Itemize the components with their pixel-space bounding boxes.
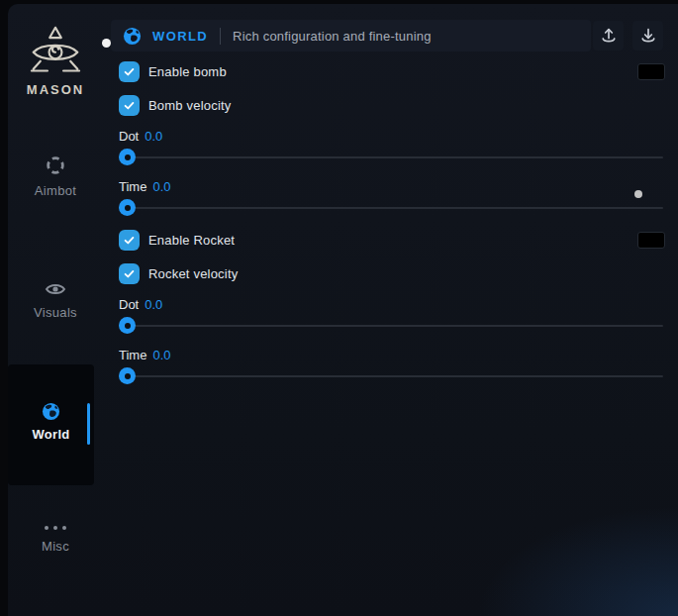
sidebar-item-label: World (32, 427, 69, 442)
slider-value: 0.0 (145, 129, 162, 144)
setting-row-bomb-velocity: Bomb velocity (119, 94, 665, 116)
setting-slider-rocket-time: Time 0.0 (119, 347, 665, 384)
eye-icon (45, 280, 66, 298)
logo-text: MASON (27, 82, 84, 97)
slider-track[interactable] (119, 367, 663, 384)
slider-handle[interactable] (119, 317, 136, 334)
active-tab-indicator (87, 403, 90, 445)
settings-panel: Enable bomb Bomb velocity Dot 0.0 (119, 60, 665, 397)
crosshair-icon (45, 154, 66, 176)
cursor-dot-gray (634, 190, 642, 198)
masonic-eye-pyramid-icon (27, 26, 84, 75)
enable-rocket-checkbox[interactable] (119, 230, 140, 251)
slider-track[interactable] (119, 149, 663, 165)
slider-handle[interactable] (119, 367, 136, 384)
sidebar-item-misc[interactable]: Misc (8, 524, 103, 554)
checkbox-label: Bomb velocity (148, 98, 232, 113)
sidebar-item-label: Aimbot (35, 183, 76, 198)
checkbox-label: Enable Rocket (148, 233, 235, 248)
app-window: MASON Aimbot Visuals (0, 0, 678, 616)
upload-config-button[interactable] (593, 21, 624, 51)
checkbox-label: Enable bomb (148, 64, 227, 79)
globe-icon (42, 402, 60, 421)
setting-row-enable-bomb: Enable bomb (119, 60, 665, 82)
slider-track[interactable] (119, 317, 663, 334)
rocket-velocity-checkbox[interactable] (119, 263, 140, 284)
page-subtitle: Rich configuration and fine-tuning (233, 29, 431, 44)
slider-label: Time (119, 179, 146, 194)
sidebar-item-visuals[interactable]: Visuals (8, 280, 103, 320)
setting-slider-bomb-dot: Dot 0.0 (119, 128, 665, 165)
slider-value: 0.0 (152, 179, 170, 194)
globe-icon (123, 27, 142, 46)
slider-handle[interactable] (119, 199, 136, 216)
sidebar-item-label: Misc (42, 539, 69, 554)
app-logo: MASON (8, 26, 103, 97)
setting-row-rocket-velocity: Rocket velocity (119, 262, 665, 284)
slider-label: Dot (119, 297, 139, 312)
background-glow (460, 497, 678, 616)
cursor-dot-white (102, 39, 111, 48)
rocket-color-swatch[interactable] (637, 232, 665, 249)
setting-row-enable-rocket: Enable Rocket (119, 229, 665, 251)
slider-handle[interactable] (119, 149, 136, 165)
upload-icon (600, 27, 618, 45)
sidebar-item-aimbot[interactable]: Aimbot (8, 154, 103, 198)
menu-window: MASON Aimbot Visuals (8, 4, 678, 616)
sidebar-item-label: Visuals (34, 305, 77, 320)
bomb-velocity-checkbox[interactable] (119, 95, 140, 116)
page-title: WORLD (152, 29, 208, 44)
slider-value: 0.0 (145, 297, 162, 312)
header-divider (220, 28, 221, 45)
check-icon (123, 267, 136, 280)
setting-slider-rocket-dot: Dot 0.0 (119, 296, 665, 334)
check-icon (123, 65, 136, 78)
check-icon (123, 234, 136, 247)
download-config-button[interactable] (632, 21, 663, 51)
sidebar-item-world[interactable]: World (8, 364, 94, 485)
slider-label: Time (119, 348, 146, 362)
slider-label: Dot (119, 129, 139, 144)
enable-bomb-checkbox[interactable] (119, 61, 140, 82)
setting-slider-bomb-time: Time 0.0 (119, 178, 665, 216)
page-header: WORLD Rich configuration and fine-tuning (111, 20, 591, 51)
sidebar: MASON Aimbot Visuals (8, 4, 103, 616)
sidebar-item-world-content: World (8, 402, 94, 442)
slider-track[interactable] (119, 199, 663, 216)
checkbox-label: Rocket velocity (148, 266, 238, 281)
download-icon (639, 27, 657, 45)
check-icon (123, 99, 136, 112)
ellipsis-icon (45, 524, 66, 532)
bomb-color-swatch[interactable] (637, 63, 665, 80)
slider-value: 0.0 (152, 348, 170, 362)
